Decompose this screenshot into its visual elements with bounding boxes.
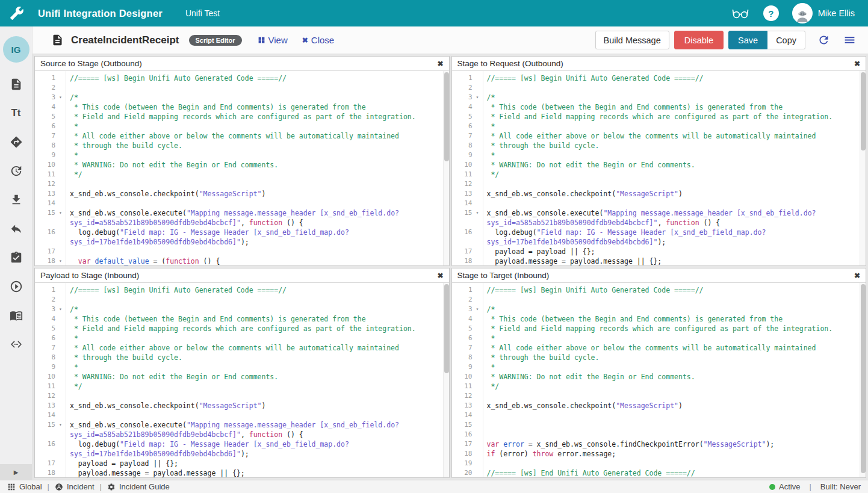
code-line[interactable]: 8 * through the build cycle. xyxy=(35,141,449,150)
code-line[interactable]: 18 payload.message = payload.message || … xyxy=(35,468,449,477)
save-button[interactable]: Save xyxy=(728,31,767,49)
code-text[interactable]: payload.message = payload.message || {}; xyxy=(66,468,245,477)
code-line[interactable]: 15▾x_snd_eb.ws_console.execute("Mapping … xyxy=(35,420,449,430)
code-line[interactable]: sys_id=17be1fde1b49b05090dfdb9ebd4bcbd6]… xyxy=(35,237,449,247)
book-icon[interactable] xyxy=(0,301,32,330)
code-text[interactable]: x_snd_eb.ws_console.execute("Mapping mes… xyxy=(483,208,816,218)
code-text[interactable]: * Field and Field mapping records which … xyxy=(66,112,416,122)
code-line[interactable]: 10 * WARNING: Do not edit the Begin or E… xyxy=(35,372,449,382)
code-line[interactable]: 4 * This code (between the Begin and End… xyxy=(35,314,449,324)
code-text[interactable]: //===== [ws] Begin Unifi Auto Generated … xyxy=(483,73,704,83)
scrollbar-thumb[interactable] xyxy=(861,72,866,150)
code-text[interactable]: * through the build cycle. xyxy=(66,353,182,362)
code-line[interactable]: 14 xyxy=(452,199,866,208)
code-text[interactable]: log.debug("Field map: IG - Message Heade… xyxy=(483,228,766,237)
code-line[interactable]: 9 * xyxy=(452,150,866,160)
code-line[interactable]: 3▾/* xyxy=(452,93,866,102)
code-text[interactable] xyxy=(483,459,487,468)
code-line[interactable]: 8 * through the build cycle. xyxy=(452,353,866,362)
code-text[interactable] xyxy=(483,420,487,430)
code-line[interactable]: sys_id=a585ab521b89b05090dfdb9ebd4bcbcf]… xyxy=(35,218,449,228)
code-text[interactable]: payload = payload || {}; xyxy=(66,459,178,468)
code-line[interactable]: 11 */ xyxy=(35,170,449,179)
code-line[interactable]: 11 */ xyxy=(452,382,866,391)
code-line[interactable]: 9 * xyxy=(452,362,866,372)
code-editor[interactable]: 1//===== [ws] Begin Unifi Auto Generated… xyxy=(35,71,449,265)
fold-toggle-icon[interactable]: ▾ xyxy=(55,256,66,265)
code-line[interactable]: sys_id=17be1fde1b49b05090dfdb9ebd4bcbd6]… xyxy=(452,237,866,247)
vertical-scrollbar[interactable] xyxy=(860,71,866,265)
code-text[interactable]: * All code either above or below the com… xyxy=(66,343,399,353)
vertical-scrollbar[interactable] xyxy=(443,283,449,477)
code-text[interactable]: * All code either above or below the com… xyxy=(66,131,399,141)
code-line[interactable]: 6 * xyxy=(452,333,866,343)
code-text[interactable] xyxy=(483,179,487,189)
code-text[interactable]: * xyxy=(66,333,78,343)
code-text[interactable] xyxy=(483,295,487,305)
code-text[interactable]: * This code (between the Begin and End c… xyxy=(483,314,783,324)
code-line[interactable]: 13x_snd_eb.ws_console.checkpoint("Messag… xyxy=(452,189,866,199)
code-text[interactable]: * xyxy=(483,333,495,343)
scrollbar-thumb[interactable] xyxy=(444,72,449,161)
code-line[interactable]: 2 xyxy=(452,295,866,305)
statusbar-item-incident[interactable]: Incident xyxy=(55,482,95,491)
code-line[interactable]: 10 * WARNING: Do not edit the Begin or E… xyxy=(452,372,866,382)
panel-close-icon[interactable]: ✖ xyxy=(854,60,860,67)
tasks-icon[interactable] xyxy=(0,243,32,272)
code-line[interactable]: 7 * All code either above or below the c… xyxy=(452,131,866,141)
code-line[interactable]: 12 xyxy=(35,391,449,401)
code-line[interactable]: 12 xyxy=(35,179,449,189)
code-line[interactable]: 1//===== [ws] Begin Unifi Auto Generated… xyxy=(35,73,449,83)
code-text[interactable]: * xyxy=(483,122,495,131)
document-icon[interactable] xyxy=(0,70,32,99)
panel-close-icon[interactable]: ✖ xyxy=(437,60,443,67)
fold-toggle-icon[interactable]: ▾ xyxy=(473,208,483,218)
code-line[interactable]: 15▾x_snd_eb.ws_console.execute("Mapping … xyxy=(452,208,866,218)
code-line[interactable]: 18if (error) throw error.message; xyxy=(452,449,866,459)
code-text[interactable] xyxy=(66,199,70,208)
fold-toggle-icon[interactable]: ▾ xyxy=(473,93,483,102)
code-line[interactable]: 4 * This code (between the Begin and End… xyxy=(35,102,449,112)
code-text[interactable] xyxy=(66,247,70,256)
code-text[interactable]: * WARNING: Do not edit the Begin or End … xyxy=(66,160,278,170)
code-line[interactable]: sys_id=a585ab521b89b05090dfdb9ebd4bcbcf]… xyxy=(35,430,449,439)
code-line[interactable]: sys_id=17be1fde1b49b05090dfdb9ebd4bcbd6]… xyxy=(35,449,449,459)
code-text[interactable]: */ xyxy=(66,382,82,391)
scrollbar-thumb[interactable] xyxy=(861,284,866,473)
code-line[interactable]: 3▾/* xyxy=(35,305,449,314)
code-text[interactable]: * xyxy=(66,150,78,160)
code-text[interactable] xyxy=(66,83,70,93)
code-text[interactable]: * xyxy=(483,150,495,160)
code-line[interactable]: 5 * Field and Field mapping records whic… xyxy=(452,112,866,122)
code-line[interactable]: 2 xyxy=(35,83,449,93)
user-avatar[interactable] xyxy=(792,3,813,23)
code-text[interactable]: x_snd_eb.ws_console.checkpoint("MessageS… xyxy=(483,189,683,199)
code-text[interactable]: var default_value = (function () { xyxy=(66,256,220,265)
code-text[interactable] xyxy=(483,430,487,439)
code-line[interactable]: 20//===== [ws] End Unifi Auto Generated … xyxy=(452,468,866,477)
code-text[interactable]: sys_id=a585ab521b89b05090dfdb9ebd4bcbcf]… xyxy=(483,218,721,228)
code-editor[interactable]: 1//===== [ws] Begin Unifi Auto Generated… xyxy=(35,283,449,477)
preview-glasses-icon[interactable] xyxy=(731,6,750,20)
code-text[interactable] xyxy=(483,83,487,93)
code-line[interactable]: 8 * through the build cycle. xyxy=(452,141,866,150)
code-line[interactable]: 13x_snd_eb.ws_console.checkpoint("Messag… xyxy=(35,401,449,411)
code-text[interactable]: * Field and Field mapping records which … xyxy=(483,112,833,122)
code-line[interactable]: 9 * xyxy=(35,150,449,160)
refresh-button[interactable] xyxy=(817,34,830,46)
code-line[interactable]: 17 payload = payload || {}; xyxy=(35,459,449,468)
code-line[interactable]: 6 * xyxy=(452,122,866,131)
code-text[interactable]: log.debug("Field map: IG - Message Heade… xyxy=(66,439,349,449)
code-line[interactable]: 12 xyxy=(452,391,866,401)
integration-avatar[interactable]: IG xyxy=(3,36,29,63)
wrench-logo-icon[interactable] xyxy=(8,4,26,22)
code-text[interactable]: */ xyxy=(66,170,82,179)
code-line[interactable]: 8 * through the build cycle. xyxy=(35,353,449,362)
fold-toggle-icon[interactable]: ▾ xyxy=(55,420,66,430)
code-text[interactable]: * xyxy=(483,362,495,372)
hamburger-menu-button[interactable] xyxy=(843,34,856,46)
code-line[interactable]: 15 xyxy=(452,420,866,430)
code-line[interactable]: 4 * This code (between the Begin and End… xyxy=(452,314,866,324)
code-line[interactable]: 16 xyxy=(452,430,866,439)
code-text[interactable] xyxy=(483,391,487,401)
